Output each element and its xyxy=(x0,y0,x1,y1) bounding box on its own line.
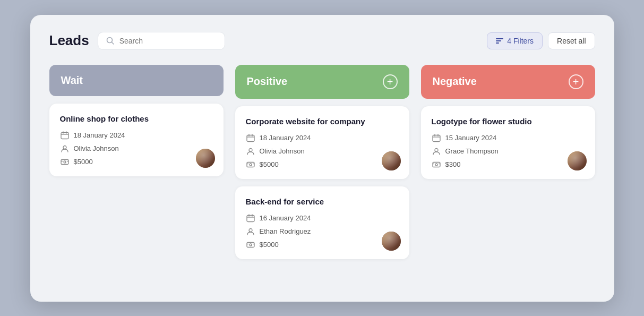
svg-point-15 xyxy=(249,148,252,151)
reset-button[interactable]: Reset all xyxy=(548,32,595,49)
card-person: Grace Thompson xyxy=(445,147,499,155)
avatar xyxy=(196,149,215,168)
svg-line-1 xyxy=(112,42,114,45)
avatar xyxy=(382,151,401,170)
card-title: Online shop for clothes xyxy=(60,114,213,123)
card-amount: $300 xyxy=(445,160,461,168)
avatar xyxy=(568,151,587,170)
card: Online shop for clothes 18 January 2024 … xyxy=(49,104,224,176)
card-person-row: Olivia Johnson xyxy=(60,144,213,153)
card-title: Corporate website for company xyxy=(246,117,399,126)
column-wait: WaitOnline shop for clothes 18 January 2… xyxy=(49,65,224,267)
card-date-row: 18 January 2024 xyxy=(246,133,399,143)
avatar xyxy=(382,232,401,251)
svg-rect-29 xyxy=(433,135,440,141)
card-amount-row: $5000 xyxy=(60,157,213,167)
person-icon xyxy=(246,227,255,236)
column-title-positive: Positive xyxy=(247,75,288,88)
card-amount-row: $5000 xyxy=(246,240,399,250)
svg-rect-16 xyxy=(247,162,254,167)
svg-rect-20 xyxy=(247,215,254,221)
card-person: Ethan Rodriguez xyxy=(260,227,311,235)
card-date: 16 January 2024 xyxy=(260,214,311,222)
filters-button[interactable]: 4 Filters xyxy=(487,32,543,49)
card-amount-row: $300 xyxy=(432,160,585,169)
person-icon xyxy=(432,147,441,156)
card: Back-end for service 16 January 2024 Eth… xyxy=(235,186,409,259)
column-header-wait: Wait xyxy=(49,65,224,96)
svg-rect-25 xyxy=(247,242,254,247)
card-person: Olivia Johnson xyxy=(260,147,305,155)
card-amount: $5000 xyxy=(260,241,279,249)
calendar-icon xyxy=(432,133,441,143)
card-date: 18 January 2024 xyxy=(260,134,311,142)
calendar-icon xyxy=(246,133,255,143)
svg-rect-7 xyxy=(61,159,68,164)
svg-point-26 xyxy=(250,244,252,246)
card-person-row: Ethan Rodriguez xyxy=(246,227,399,236)
card-person: Olivia Johnson xyxy=(74,144,119,152)
card-person-row: Olivia Johnson xyxy=(246,147,399,156)
header-actions: 4 Filters Reset all xyxy=(487,32,595,49)
column-title-negative: Negative xyxy=(433,75,477,88)
card-date: 18 January 2024 xyxy=(74,131,125,139)
app-container: Leads 4 Filters Reset all WaitOnline sho… xyxy=(30,15,614,302)
svg-point-35 xyxy=(435,164,437,166)
money-icon xyxy=(60,157,70,167)
money-icon xyxy=(432,160,441,169)
person-icon xyxy=(60,144,70,153)
person-icon xyxy=(246,147,255,156)
money-icon xyxy=(246,240,255,250)
calendar-icon xyxy=(60,131,70,140)
card-date: 15 January 2024 xyxy=(445,134,497,142)
card-amount: $5000 xyxy=(260,160,279,168)
header: Leads 4 Filters Reset all xyxy=(49,32,595,50)
add-card-button-negative[interactable]: + xyxy=(569,74,583,89)
card-date-row: 16 January 2024 xyxy=(246,213,399,223)
card: Corporate website for company 18 January… xyxy=(235,106,409,179)
svg-point-24 xyxy=(249,228,252,232)
filters-label: 4 Filters xyxy=(507,37,534,45)
add-card-button-positive[interactable]: + xyxy=(383,74,398,89)
search-bar xyxy=(98,32,225,50)
card: Logotype for flower studio 15 January 20… xyxy=(421,106,595,179)
svg-rect-2 xyxy=(61,132,68,139)
svg-point-8 xyxy=(64,161,66,163)
column-positive: Positive+Corporate website for company 1… xyxy=(235,65,409,267)
column-header-positive: Positive+ xyxy=(235,65,409,99)
page-title: Leads xyxy=(49,32,89,49)
svg-point-33 xyxy=(435,148,438,151)
search-input[interactable] xyxy=(119,37,217,45)
column-negative: Negative+Logotype for flower studio 15 J… xyxy=(421,65,595,267)
filter-icon xyxy=(496,38,503,44)
card-title: Back-end for service xyxy=(246,197,399,206)
money-icon xyxy=(246,160,255,169)
card-amount-row: $5000 xyxy=(246,160,399,169)
svg-rect-34 xyxy=(433,162,440,167)
card-person-row: Grace Thompson xyxy=(432,147,585,156)
card-date-row: 15 January 2024 xyxy=(432,133,585,143)
calendar-icon xyxy=(246,213,255,223)
card-amount: $5000 xyxy=(74,158,93,166)
card-title: Logotype for flower studio xyxy=(432,117,585,126)
card-date-row: 18 January 2024 xyxy=(60,131,213,140)
column-title-wait: Wait xyxy=(61,74,83,87)
kanban-board: WaitOnline shop for clothes 18 January 2… xyxy=(49,65,595,267)
svg-rect-11 xyxy=(247,135,254,141)
svg-point-17 xyxy=(250,164,252,166)
svg-point-6 xyxy=(63,146,66,149)
column-header-negative: Negative+ xyxy=(421,65,595,99)
search-icon xyxy=(106,36,115,46)
